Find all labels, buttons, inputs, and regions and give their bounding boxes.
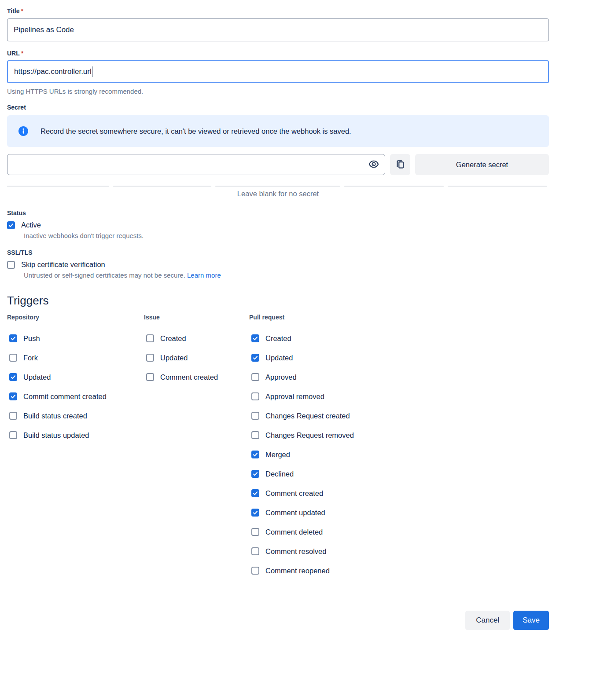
copy-secret-button[interactable] [390,154,410,175]
info-icon [18,126,29,136]
checkbox-unchecked-icon[interactable] [9,354,17,362]
trigger-label: Comment updated [265,509,325,517]
trigger-checkbox-row[interactable]: Updated [251,353,293,362]
checkbox-unchecked-icon[interactable] [251,547,259,555]
checkbox-unchecked-icon[interactable] [7,261,15,269]
trigger-checkbox-row[interactable]: Approval removed [251,392,324,401]
checkbox-unchecked-icon[interactable] [251,392,259,400]
checkbox-checked-icon[interactable] [7,221,15,229]
checkbox-checked-icon[interactable] [251,451,259,458]
checkbox-unchecked-icon[interactable] [251,528,259,536]
trigger-checkbox-row[interactable]: Comment resolved [251,547,326,556]
ssl-section-label: SSL/TLS [7,249,549,256]
trigger-label: Created [160,334,186,343]
trigger-checkbox-row[interactable]: Comment created [251,489,323,498]
secret-info-banner: Record the secret somewhere secure, it c… [7,115,549,147]
copy-icon [394,158,406,171]
secret-input[interactable] [7,154,385,175]
secret-banner-text: Record the secret somewhere secure, it c… [40,127,351,136]
triggers-column-repository: RepositoryPushForkUpdatedCommit comment … [7,314,144,586]
trigger-checkbox-row[interactable]: Updated [146,353,188,362]
checkbox-checked-icon[interactable] [9,334,17,342]
save-button[interactable]: Save [513,611,549,630]
trigger-checkbox-row[interactable]: Comment created [146,373,218,381]
url-label-text: URL [7,50,20,57]
trigger-checkbox-row[interactable]: Updated [9,373,51,381]
trigger-label: Push [23,334,40,343]
learn-more-link[interactable]: Learn more [187,271,221,279]
checkbox-checked-icon[interactable] [251,489,259,497]
trigger-label: Updated [160,354,188,362]
trigger-checkbox-row[interactable]: Merged [251,450,290,459]
trigger-checkbox-row[interactable]: Changes Request created [251,411,350,420]
generate-secret-button[interactable]: Generate secret [415,154,549,175]
trigger-label: Updated [23,373,51,381]
checkbox-checked-icon[interactable] [251,470,259,478]
checkbox-unchecked-icon[interactable] [146,373,154,381]
trigger-checkbox-row[interactable]: Comment reopened [251,566,330,575]
trigger-checkbox-row[interactable]: Build status updated [9,431,89,440]
required-asterisk: * [21,7,23,15]
triggers-column-items: CreatedUpdatedComment created [144,334,249,381]
checkbox-unchecked-icon[interactable] [251,412,259,420]
trigger-checkbox-row[interactable]: Comment updated [251,508,325,517]
trigger-checkbox-row[interactable]: Approved [251,373,297,381]
checkbox-unchecked-icon[interactable] [251,567,259,575]
triggers-column-header: Pull request [249,314,549,321]
trigger-checkbox-row[interactable]: Build status created [9,411,87,420]
trigger-checkbox-row[interactable]: Fork [9,353,38,362]
checkbox-checked-icon[interactable] [9,392,17,400]
eye-icon [368,158,379,171]
trigger-label: Commit comment created [23,392,107,401]
webhook-form: Title* URL* https://pac.controller.url U… [7,7,549,630]
url-helper-text: Using HTTPS URLs is strongly recommended… [7,88,549,95]
url-field-label: URL* [7,50,549,57]
triggers-columns: RepositoryPushForkUpdatedCommit comment … [7,314,549,586]
trigger-label: Build status updated [23,431,89,440]
triggers-column-header: Issue [144,314,249,321]
trigger-checkbox-row[interactable]: Comment deleted [251,528,323,536]
checkbox-unchecked-icon[interactable] [9,431,17,439]
trigger-checkbox-row[interactable]: Changes Request removed [251,431,354,440]
checkbox-unchecked-icon[interactable] [146,334,154,342]
required-asterisk: * [21,50,23,57]
toggle-secret-visibility-button[interactable] [368,158,380,171]
trigger-checkbox-row[interactable]: Created [146,334,186,343]
ssl-skip-verification-checkbox-row[interactable]: Skip certificate verification [7,260,105,269]
secret-divider-segments [7,186,549,187]
title-input[interactable] [7,18,549,41]
status-active-label: Active [21,221,41,229]
trigger-checkbox-row[interactable]: Commit comment created [9,392,107,401]
trigger-label: Comment created [160,373,218,381]
trigger-label: Fork [23,354,38,362]
cancel-button[interactable]: Cancel [465,611,510,630]
trigger-checkbox-row[interactable]: Created [251,334,291,343]
checkbox-unchecked-icon[interactable] [251,373,259,381]
triggers-column-items: CreatedUpdatedApprovedApproval removedCh… [249,334,549,575]
checkbox-unchecked-icon[interactable] [9,412,17,420]
triggers-column-header: Repository [7,314,144,321]
divider-segment [344,186,444,187]
secret-input-wrap [7,154,385,175]
status-helper-text: Inactive webhooks don't trigger requests… [24,232,549,239]
trigger-label: Changes Request removed [265,431,354,440]
checkbox-unchecked-icon[interactable] [146,354,154,362]
checkbox-checked-icon[interactable] [251,334,259,342]
divider-segment [215,186,340,187]
trigger-label: Approval removed [265,392,324,401]
ssl-skip-verification-label: Skip certificate verification [21,260,105,269]
text-cursor [92,66,93,77]
triggers-column-items: PushForkUpdatedCommit comment createdBui… [7,334,144,440]
checkbox-checked-icon[interactable] [251,354,259,362]
checkbox-checked-icon[interactable] [9,373,17,381]
url-input[interactable]: https://pac.controller.url [7,60,549,83]
trigger-label: Comment resolved [265,547,326,556]
secret-row: Generate secret [7,154,549,175]
checkbox-unchecked-icon[interactable] [251,431,259,439]
checkbox-checked-icon[interactable] [251,509,259,517]
trigger-checkbox-row[interactable]: Push [9,334,40,343]
trigger-label: Merged [265,451,290,459]
divider-segment [7,186,109,187]
status-active-checkbox-row[interactable]: Active [7,221,41,229]
trigger-checkbox-row[interactable]: Declined [251,469,294,478]
